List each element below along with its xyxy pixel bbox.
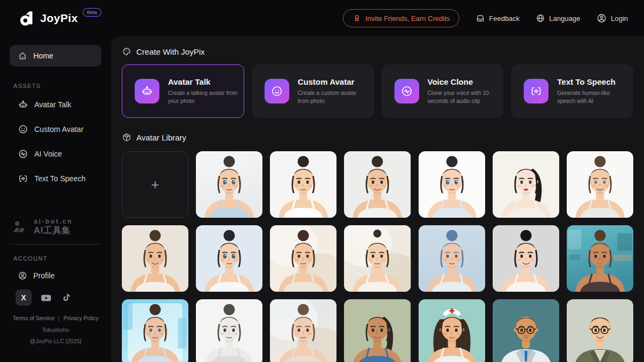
robot-icon [135,79,159,104]
tts-icon [524,79,548,104]
x-twitter-icon[interactable]: X [16,290,32,306]
library-section-title: Avatar Library [136,133,186,142]
card-title: Avatar Talk [168,77,238,86]
avatar-tile[interactable] [270,299,336,362]
privacy-link[interactable]: Privacy Policy [63,315,98,321]
voice-wave-icon [394,79,419,104]
feedback-label: Feedback [489,14,519,23]
sidebar-item-ai-voice[interactable]: AI Voice [10,142,101,166]
social-links: X [10,286,101,306]
robot-icon [18,99,28,110]
sidebar-item-label: Custom Avatar [34,125,84,134]
beta-badge: Beta [83,8,101,17]
palette-icon [122,47,131,56]
avatar-tile[interactable] [122,299,188,362]
avatar-tile[interactable] [493,225,559,292]
avatar-tile[interactable] [493,151,559,218]
avatar-tile[interactable] [419,299,485,362]
create-section-header: Create With JoyPix [122,47,633,56]
sidebar-item-custom-avatar[interactable]: Custom Avatar [10,117,101,142]
smiley-icon [18,124,28,135]
card-title: Custom Avatar [298,77,368,86]
card-avatar-talk[interactable]: Avatar TalkCreate a talking avatar from … [122,64,244,118]
cube-icon [122,132,131,142]
brand-logo[interactable]: JoyPix Beta [18,10,101,27]
joypix-logo-icon [18,10,35,27]
copyright-text: @JoyPix LLC [2025] [10,336,101,348]
avatar-tile[interactable] [419,151,485,218]
topbar: JoyPix Beta Invite Friends, Earn Credits… [0,0,644,36]
profile-icon [18,271,27,280]
avatar-tile[interactable] [196,225,262,292]
feedback-button[interactable]: Feedback [475,13,519,23]
topbar-actions: Invite Friends, Earn Credits Feedback La… [343,9,628,27]
watermark: ai-bot.cn AI工具集 [10,218,101,245]
card-description: Generate human-like speech with AI [557,89,627,105]
sidebar-item-home[interactable]: Home [10,45,101,67]
avatar-tile[interactable] [196,151,262,218]
avatar-grid: + [122,151,633,362]
avatar-tile[interactable] [567,299,633,362]
library-section-header: Avatar Library [122,132,633,142]
avatar-tile[interactable] [567,151,633,218]
assets-section-label: ASSETS [13,83,101,89]
avatar-tile[interactable] [270,225,336,292]
invite-friends-button[interactable]: Invite Friends, Earn Credits [343,9,460,27]
card-voice-clone[interactable]: Voice CloneClone your voice with 10 seco… [382,64,504,118]
smiley-icon [265,79,289,104]
sidebar-home-label: Home [33,51,53,60]
card-custom-avatar[interactable]: Custom AvatarCreate a custom avatar from… [252,64,374,118]
avatar-tile[interactable] [567,225,633,292]
main-panel: Create With JoyPix Avatar TalkCreate a t… [111,36,644,362]
sidebar: Home ASSETS Avatar TalkCustom AvatarAI V… [0,36,111,362]
tokushoho-link[interactable]: Tokushoho [10,324,101,336]
voice-wave-icon [18,149,28,159]
sidebar-item-profile[interactable]: Profile [10,265,101,286]
award-icon [353,14,361,23]
avatar-tile[interactable] [344,299,411,362]
sidebar-item-label: Text To Speech [34,174,85,183]
footer-separator: | [58,315,60,321]
sidebar-item-text-to-speech[interactable]: Text To Speech [10,166,101,191]
globe-icon [536,13,545,23]
brand-name: JoyPix [40,10,78,27]
avatar-tile[interactable] [493,299,559,362]
watermark-logo-icon [11,220,29,234]
avatar-tile[interactable] [196,299,262,362]
card-title: Text To Speech [557,77,627,86]
feedback-icon [475,13,485,23]
sidebar-item-avatar-talk[interactable]: Avatar Talk [10,92,101,117]
user-circle-icon [596,13,607,24]
tiktok-icon[interactable] [61,292,71,303]
sidebar-footer: Terms of Service | Privacy Policy Tokush… [10,313,101,348]
add-avatar-button[interactable]: + [122,151,188,218]
language-label: Language [549,14,580,23]
avatar-tile[interactable] [122,225,188,292]
account-section-label: ACCOUNT [13,255,101,262]
card-description: Clone your voice with 10 seconds of audi… [428,89,498,105]
avatar-tile[interactable] [344,225,411,292]
watermark-line1: ai-bot.cn [34,218,73,225]
terms-link[interactable]: Terms of Service [12,315,54,321]
create-section-title: Create With JoyPix [136,47,205,56]
avatar-tile[interactable] [270,151,336,218]
card-description: Create a talking avatar from your photo [168,89,238,105]
home-icon [18,51,27,61]
create-cards: Avatar TalkCreate a talking avatar from … [122,64,633,118]
language-button[interactable]: Language [536,13,580,23]
plus-icon: + [151,176,159,193]
youtube-icon[interactable] [40,291,53,304]
sidebar-item-label: AI Voice [34,150,62,158]
login-button[interactable]: Login [596,13,628,24]
profile-label: Profile [33,271,55,280]
watermark-line2: AI工具集 [34,225,73,237]
sidebar-item-label: Avatar Talk [34,100,71,109]
card-description: Create a custom avatar from photo [298,89,368,105]
tts-icon [18,173,28,184]
login-label: Login [611,14,628,23]
avatar-tile[interactable] [344,151,411,218]
avatar-tile[interactable] [419,225,485,292]
card-text-to-speech[interactable]: Text To SpeechGenerate human-like speech… [511,64,633,118]
card-title: Voice Clone [428,77,498,86]
invite-label: Invite Friends, Earn Credits [365,14,450,23]
